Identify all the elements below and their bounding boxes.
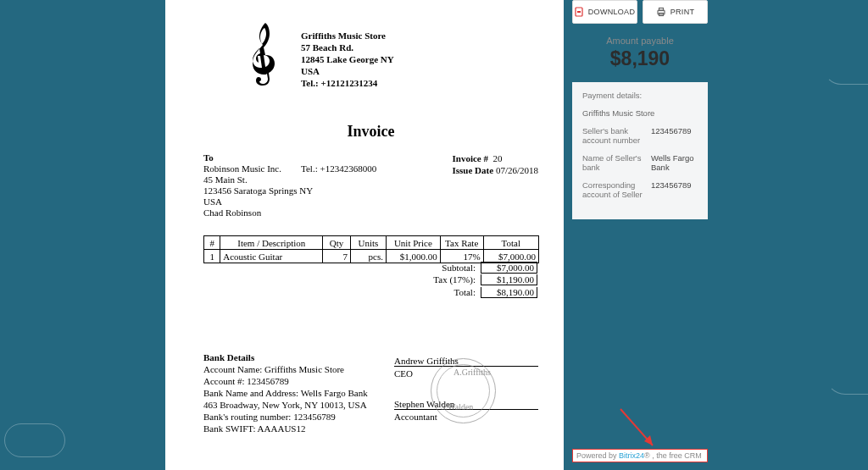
th-num: # [204, 236, 220, 250]
powered-brand: Bitrix24 [619, 451, 644, 460]
bank-line: Bank's routing number: 123456789 [203, 411, 368, 423]
powered-pre: Powered by [576, 451, 619, 460]
subtotal-label: Subtotal: [203, 263, 481, 273]
payment-details-card: Payment details: Griffiths Music Store S… [572, 82, 708, 219]
to-country: USA [203, 196, 313, 207]
pay-v2: Wells Fargo Bank [651, 153, 698, 172]
amount-payable-label: Amount payable [572, 36, 708, 46]
cloud-deco [824, 51, 868, 85]
payment-store: Griffiths Music Store [582, 108, 698, 118]
subtotal-value: $7,000.00 [481, 262, 537, 274]
pay-k2: Name of Seller's bank [582, 153, 644, 172]
company-block: Griffiths Music Store 57 Beach Rd. 12845… [301, 30, 394, 89]
company-addr1: 57 Beach Rd. [301, 41, 394, 53]
invoice-no-label: Invoice # [453, 153, 488, 163]
pay-v1: 123456789 [651, 126, 698, 145]
th-qty: Qty [323, 236, 351, 250]
company-addr2: 12845 Lake George NY [301, 53, 394, 65]
bank-details: Bank Details Account Name: Griffiths Mus… [203, 351, 368, 434]
svg-line-5 [620, 409, 653, 445]
annotation-arrow-icon [614, 405, 665, 456]
to-addr2: 123456 Saratoga Springs NY [203, 185, 313, 196]
th-taxrate: Tax Rate [440, 236, 483, 250]
tax-label: Tax (17%): [203, 274, 481, 285]
svg-rect-1 [577, 11, 581, 13]
bank-line: Account Name: Griffiths Music Store [203, 363, 368, 375]
download-label: DOWNLOAD [588, 8, 635, 16]
to-addr1: 45 Main St. [203, 174, 313, 185]
app-stage: Griffiths Music Store 57 Beach Rd. 12845… [0, 0, 868, 470]
invoice-document: Griffiths Music Store 57 Beach Rd. 12845… [165, 0, 564, 470]
amount-payable-value: $8,190 [572, 47, 708, 70]
to-tel: Tel.: +12342368000 [301, 163, 376, 174]
pay-k3: Corresponding account of Seller [582, 180, 644, 199]
pay-v3: 123456789 [651, 180, 698, 199]
th-desc: Item / Description [220, 236, 323, 250]
bank-line: Account #: 123456789 [203, 375, 368, 387]
total-label: Total: [203, 287, 481, 297]
cloud-deco [4, 423, 65, 457]
th-price: Unit Price [386, 236, 440, 250]
pdf-icon [575, 7, 584, 17]
side-panel: DOWNLOAD PRINT Amount payable $8,190 Pay… [572, 0, 708, 219]
printer-icon [656, 7, 666, 17]
document-title: Invoice [203, 123, 538, 141]
powered-suf: ® , the free CRM [644, 451, 702, 460]
bank-line: Bank Name and Address: Wells Fargo Bank [203, 387, 368, 399]
issue-date-label: Issue Date [453, 165, 494, 175]
company-tel: Tel.: +12121231234 [301, 77, 394, 89]
total-value: $8,190.00 [481, 287, 537, 298]
totals-block: Subtotal:$7,000.00 Tax (17%):$1,190.00 T… [203, 262, 539, 300]
th-units: Units [350, 236, 386, 250]
powered-by-badge[interactable]: Powered by Bitrix24® , the free CRM [572, 449, 708, 462]
bill-to-block: To Robinson Music Inc. 45 Main St. 12345… [203, 152, 313, 218]
items-table: # Item / Description Qty Units Unit Pric… [203, 235, 539, 263]
to-label: To [203, 152, 313, 163]
issue-date: 07/26/2018 [496, 165, 538, 175]
to-contact: Chad Robinson [203, 207, 313, 218]
download-button[interactable]: DOWNLOAD [572, 0, 637, 24]
bank-line: Bank SWIFT: AAAAUS12 [203, 423, 368, 434]
company-country: USA [301, 65, 394, 77]
bank-header: Bank Details [203, 351, 368, 363]
signature-scribble: A.Griffiths [453, 368, 491, 377]
signature-scribble: S.Walden [441, 402, 473, 412]
company-name: Griffiths Music Store [301, 30, 394, 41]
cloud-deco [826, 356, 868, 395]
svg-marker-6 [644, 435, 653, 445]
svg-rect-3 [659, 8, 663, 11]
tax-value: $1,190.00 [481, 274, 537, 285]
pay-k1: Seller's bank account number [582, 126, 644, 145]
print-button[interactable]: PRINT [643, 0, 708, 24]
invoice-no: 20 [493, 153, 503, 163]
print-label: PRINT [670, 8, 695, 16]
to-name: Robinson Music Inc. [203, 163, 313, 174]
bank-line: 463 Broadway, New York, NY 10013, USA [203, 399, 368, 411]
invoice-meta: Invoice # 20 Issue Date 07/26/2018 [453, 152, 538, 176]
payment-details-title: Payment details: [582, 91, 698, 100]
treble-clef-icon [250, 21, 281, 87]
th-total: Total [483, 236, 538, 250]
